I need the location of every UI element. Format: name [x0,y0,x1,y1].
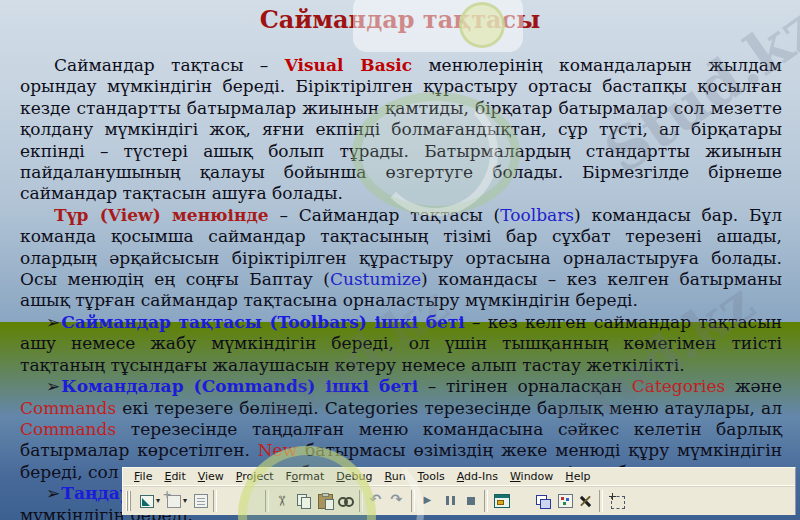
toolbar-grip[interactable] [126,491,131,511]
menu-editor-icon [194,494,208,508]
start-button[interactable] [418,490,439,512]
toolbox-button[interactable] [575,490,596,512]
dropdown-arrow-icon[interactable]: ▾ [156,496,160,505]
break-icon [442,493,458,509]
end-button[interactable] [460,490,481,512]
selection-button[interactable] [606,490,627,512]
vb-window-screenshot: FileEditViewProjectFormatDebugRunToolsAd… [122,467,796,515]
toolbar-separator [599,490,603,512]
menu-item-debug[interactable]: Debug [330,469,378,484]
add-project-button[interactable] [135,490,156,512]
menu-item-project[interactable]: Project [230,469,280,484]
properties-window-icon [515,493,531,509]
save-project-icon [244,493,260,509]
object-browser-icon [558,494,573,508]
toolbar-icons: ▾▾ [135,490,627,512]
paragraph-intro: Саймандар тақтасы – Visual Basic менюлер… [20,55,782,205]
form-layout-button[interactable] [533,490,554,512]
toolbar-separator [359,490,363,512]
commands-tab-heading: Командалар (Commands) ішкі беті [61,376,418,396]
object-browser-button[interactable] [554,490,575,512]
bullet-toolbars-tab: ➢Саймандар тақтасы (Toolbars) ішкі беті … [20,312,782,376]
undo-button[interactable] [366,490,387,512]
arrow-bullet-icon: ➢ [46,312,60,332]
find-button[interactable] [335,490,356,512]
project-explorer-button[interactable] [491,490,512,512]
text-run: – Саймандар тақтасы ( [269,205,501,225]
paragraph-view-menu: Түр (View) менюінде – Саймандар тақтасы … [20,205,782,312]
menu-editor-button[interactable] [189,490,210,512]
view-menu-heading: Түр (View) менюінде [54,205,269,225]
menu-item-window[interactable]: Window [504,469,559,484]
add-project-icon [140,495,154,508]
commands-term: Commands [20,398,116,418]
toolbars-term: Toolbars [500,205,574,225]
copy-icon [296,493,312,509]
add-form-icon [167,495,181,508]
slide-body: Саймандар тақтасы – Visual Basic менюлер… [20,55,782,520]
undo-icon [369,493,385,509]
page-title: Саймандар тақтасы [0,5,800,34]
toolbar-separator [411,490,415,512]
slide: Stud.kz Stud.kz Stud.kz Саймандар тақтас… [0,0,800,520]
menu-item-addins[interactable]: Add-Ins [451,469,504,484]
copy-button[interactable] [293,490,314,512]
open-project-icon [223,493,239,509]
break-button[interactable] [439,490,460,512]
text-run: және [725,376,782,396]
form-layout-icon [536,493,552,509]
selection-icon [611,496,625,509]
cut-button[interactable] [272,490,293,512]
dropdown-arrow-icon[interactable]: ▾ [183,496,187,505]
text-run: екі терезеге бөлінеді. Categories терезе… [116,398,782,418]
paste-icon [318,494,333,509]
cut-icon [275,493,291,509]
menu-item-help[interactable]: Help [559,469,596,484]
save-project-button[interactable] [241,490,262,512]
text-run: менюлерінің командаларын жылдам орындау … [20,55,782,203]
arrow-bullet-icon: ➢ [46,376,60,396]
paste-button[interactable] [314,490,335,512]
menu-item-run[interactable]: Run [379,469,412,484]
toolbox-icon [578,493,594,509]
start-icon [421,493,437,509]
redo-button[interactable] [387,490,408,512]
toolbars-tab-heading: Саймандар тақтасы (Toolbars) ішкі беті [61,312,465,332]
commands-term: Commands [20,419,116,439]
visual-basic-highlight: Visual Basic [285,55,412,75]
text-run: – тігінен орналасқан [418,376,632,396]
menu-bar: FileEditViewProjectFormatDebugRunToolsAd… [123,468,795,485]
menu-item-edit[interactable]: Edit [158,469,191,484]
new-button-term: New [258,440,298,460]
project-explorer-icon [494,494,510,508]
toolbar-separator [213,490,217,512]
customize-term: Custumize [330,269,421,289]
menu-item-tools[interactable]: Tools [412,469,451,484]
properties-window-button[interactable] [512,490,533,512]
arrow-bullet-icon: ➢ [46,483,60,503]
menu-item-file[interactable]: File [128,469,158,484]
categories-term: Categories [632,376,726,396]
toolbar-separator [484,490,488,512]
add-form-button[interactable] [162,490,183,512]
menu-item-view[interactable]: View [192,469,230,484]
end-icon [463,493,479,509]
redo-icon [390,493,406,509]
toolbar-separator [265,490,269,512]
text-run: Саймандар тақтасы – [54,55,285,75]
standard-toolbar: ▾▾ [123,485,795,515]
find-icon [338,493,354,509]
menu-item-format[interactable]: Format [280,469,331,484]
open-project-button[interactable] [220,490,241,512]
